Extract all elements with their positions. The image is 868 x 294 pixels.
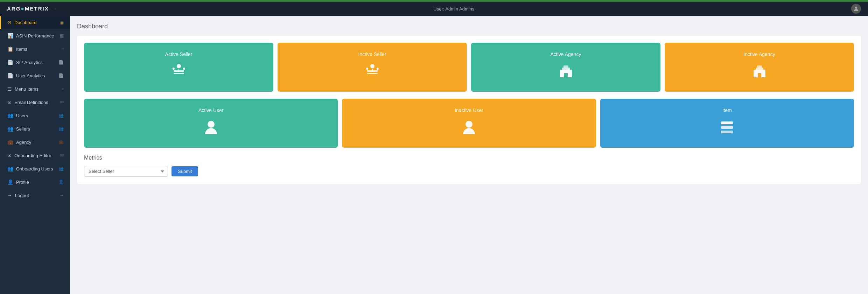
arrow-icon: → bbox=[52, 6, 57, 12]
metrics-section: Metrics Select Seller Submit bbox=[84, 155, 854, 177]
onboarding-users-side-icon: 👥 bbox=[58, 166, 64, 171]
sidebar-label-items: Items bbox=[16, 47, 27, 52]
sidebar-item-sellers[interactable]: 👥 Sellers 👥 bbox=[0, 122, 70, 135]
svg-rect-19 bbox=[564, 65, 568, 68]
sidebar-item-asin-performance[interactable]: 📊 ASIN Performance ▦ bbox=[0, 29, 70, 42]
asin-side-icon: ▦ bbox=[60, 33, 64, 38]
sip-side-icon: 📄 bbox=[58, 60, 64, 65]
svg-point-15 bbox=[366, 68, 368, 70]
sidebar-label-users: Users bbox=[16, 113, 28, 118]
sidebar-label-menu-items: Menu Items bbox=[15, 86, 38, 92]
card-active-user[interactable]: Active User bbox=[84, 99, 338, 148]
profile-side-icon: 👤 bbox=[58, 180, 64, 184]
inactive-agency-icon bbox=[751, 63, 768, 83]
inactive-agency-label: Inctive Agency bbox=[743, 51, 775, 57]
active-seller-label: Active Seller bbox=[165, 51, 192, 57]
svg-rect-20 bbox=[564, 73, 568, 77]
sidebar-item-onboarding-editor[interactable]: ✉ Onboarding Editor ✉ bbox=[0, 149, 70, 162]
svg-point-1 bbox=[177, 64, 181, 68]
user-label: User: Admin Admins bbox=[433, 6, 474, 12]
card-active-seller[interactable]: Active Seller bbox=[84, 43, 273, 92]
sidebar-item-users[interactable]: 👥 Users 👥 bbox=[0, 109, 70, 122]
sidebar-item-items[interactable]: 📋 Items ≡ bbox=[0, 42, 70, 56]
sidebar-label-onboarding-editor: Onboarding Editor bbox=[14, 153, 51, 158]
inactive-seller-icon bbox=[364, 63, 381, 83]
item-label: Item bbox=[722, 107, 732, 113]
onboarding-editor-side-icon: ✉ bbox=[60, 153, 64, 158]
metrics-row: Select Seller Submit bbox=[84, 166, 854, 177]
asin-icon: 📊 bbox=[7, 33, 13, 38]
logout-icon: → bbox=[7, 192, 12, 198]
sidebar-label-user-analytics: User Analytics bbox=[16, 73, 45, 78]
user-analytics-icon: 📄 bbox=[7, 73, 13, 78]
inactive-user-icon bbox=[460, 119, 478, 139]
cards-row1: Active Seller bbox=[84, 43, 854, 92]
menu-items-side-icon: ≡ bbox=[61, 86, 64, 91]
submit-button[interactable]: Submit bbox=[172, 166, 198, 176]
sidebar-item-email-definitions[interactable]: ✉ Email Definitions ✉ bbox=[0, 96, 70, 109]
svg-rect-29 bbox=[721, 131, 733, 133]
sidebar-label-logout: Logout bbox=[15, 193, 29, 198]
main-content: Dashboard Active Seller bbox=[70, 16, 868, 294]
onboarding-editor-icon: ✉ bbox=[7, 153, 12, 158]
card-active-agency[interactable]: Active Agency bbox=[471, 43, 660, 92]
users-icon: 👥 bbox=[7, 113, 13, 118]
sidebar-label-email: Email Definitions bbox=[14, 100, 48, 105]
active-user-label: Active User bbox=[198, 107, 224, 113]
svg-point-25 bbox=[208, 121, 215, 128]
sidebar-label-asin: ASIN Performance bbox=[16, 33, 54, 38]
sidebar-label-sellers: Sellers bbox=[16, 126, 30, 132]
card-item[interactable]: Item bbox=[600, 99, 854, 148]
user-analytics-side-icon: 📄 bbox=[58, 73, 64, 78]
seller-select[interactable]: Select Seller bbox=[84, 166, 168, 177]
sidebar-item-agency[interactable]: 💼 Agency 💼 bbox=[0, 135, 70, 149]
items-side-icon: ≡ bbox=[61, 47, 64, 51]
svg-rect-24 bbox=[758, 73, 761, 77]
cards-row2: Active User Inactive User bbox=[84, 99, 854, 148]
svg-point-9 bbox=[370, 64, 374, 68]
topbar: ARG●METRIX → User: Admin Admins bbox=[0, 2, 868, 16]
card-inactive-user[interactable]: Inactive User bbox=[342, 99, 596, 148]
email-side-icon: ✉ bbox=[60, 100, 64, 105]
agency-side-icon: 💼 bbox=[58, 140, 64, 145]
svg-rect-3 bbox=[174, 73, 184, 74]
card-inactive-seller[interactable]: Inctive Seller bbox=[278, 43, 467, 92]
sidebar-item-user-analytics[interactable]: 📄 User Analytics 📄 bbox=[0, 69, 70, 82]
active-agency-icon bbox=[557, 63, 575, 83]
svg-rect-11 bbox=[367, 73, 378, 74]
svg-rect-23 bbox=[757, 65, 762, 68]
agency-icon: 💼 bbox=[7, 139, 13, 145]
sidebar-label-agency: Agency bbox=[16, 140, 31, 145]
svg-rect-27 bbox=[721, 121, 733, 124]
avatar[interactable] bbox=[851, 4, 861, 14]
dashboard-arrow-icon: ◉ bbox=[60, 20, 64, 25]
dashboard-panel: Active Seller bbox=[77, 36, 861, 184]
svg-point-16 bbox=[377, 68, 379, 70]
sidebar: ⊙ Dashboard ◉ 📊 ASIN Performance ▦ 📋 Ite… bbox=[0, 16, 70, 294]
sidebar-item-dashboard[interactable]: ⊙ Dashboard ◉ bbox=[0, 16, 70, 29]
page-title: Dashboard bbox=[77, 23, 861, 30]
sidebar-label-onboarding-users: Onboarding Users bbox=[16, 166, 53, 172]
active-user-icon bbox=[202, 119, 220, 139]
sidebar-label-sip: SIP Analytics bbox=[16, 60, 43, 65]
svg-rect-2 bbox=[174, 70, 184, 72]
sidebar-item-sip-analytics[interactable]: 📄 SIP Analytics 📄 bbox=[0, 56, 70, 69]
items-icon: 📋 bbox=[7, 46, 13, 52]
active-agency-label: Active Agency bbox=[551, 51, 581, 57]
profile-icon: 👤 bbox=[7, 179, 13, 185]
svg-point-0 bbox=[855, 7, 857, 9]
users-side-icon: 👥 bbox=[58, 113, 64, 118]
onboarding-users-icon: 👥 bbox=[7, 166, 13, 172]
active-seller-icon bbox=[170, 63, 188, 83]
sidebar-item-onboarding-users[interactable]: 👥 Onboarding Users 👥 bbox=[0, 162, 70, 175]
item-icon bbox=[718, 119, 736, 139]
menu-items-icon: ☰ bbox=[7, 86, 12, 92]
sidebar-item-menu-items[interactable]: ☰ Menu Items ≡ bbox=[0, 82, 70, 96]
svg-rect-10 bbox=[367, 70, 378, 72]
card-inactive-agency[interactable]: Inctive Agency bbox=[665, 43, 854, 92]
sidebar-item-logout[interactable]: → Logout → bbox=[0, 189, 70, 202]
sellers-icon: 👥 bbox=[7, 126, 13, 132]
metrics-title: Metrics bbox=[84, 155, 854, 161]
sidebar-item-profile[interactable]: 👤 Profile 👤 bbox=[0, 175, 70, 189]
svg-rect-28 bbox=[721, 126, 733, 129]
